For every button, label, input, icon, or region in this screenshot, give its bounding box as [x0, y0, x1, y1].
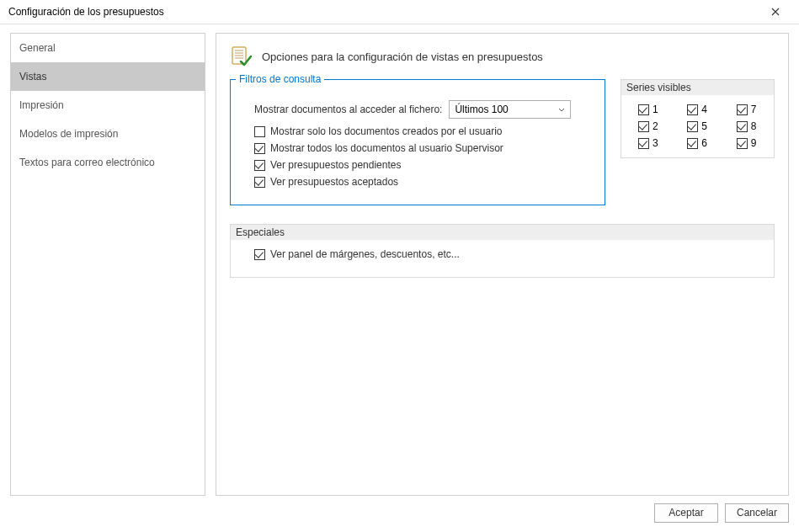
series-label: 1	[653, 104, 658, 115]
checkbox[interactable]	[254, 249, 265, 260]
series-check-6[interactable]: 6	[687, 137, 712, 149]
series-check-4[interactable]: 4	[687, 104, 712, 115]
checkbox[interactable]	[737, 104, 748, 115]
window-title: Configuración de los presupuestos	[8, 6, 759, 18]
mostrar-select[interactable]: Últimos 100	[449, 100, 571, 119]
group-especiales-label: Especiales	[231, 225, 774, 240]
sidebar-item-label: General	[19, 42, 56, 54]
series-check-3[interactable]: 3	[638, 137, 663, 149]
sidebar: General Vistas Impresión Modelos de impr…	[10, 33, 205, 496]
checkbox[interactable]	[638, 138, 649, 149]
series-check-8[interactable]: 8	[737, 120, 762, 132]
accept-button[interactable]: Aceptar	[654, 503, 718, 523]
series-grid: 1 4 7 2 5 8 3 6 9	[638, 104, 762, 149]
cancel-button[interactable]: Cancelar	[725, 503, 789, 523]
check-aceptados[interactable]: Ver presupuestos aceptados	[254, 176, 593, 188]
main-panel: Opciones para la configuración de vistas…	[216, 33, 789, 496]
checkbox[interactable]	[737, 121, 748, 132]
close-icon	[771, 8, 780, 16]
mostrar-row: Mostrar documentos al acceder al fichero…	[254, 100, 593, 119]
sidebar-item-textos[interactable]: Textos para correo electrónico	[11, 148, 205, 177]
checkbox[interactable]	[254, 126, 265, 137]
page-header: Opciones para la configuración de vistas…	[230, 45, 775, 67]
close-button[interactable]	[759, 0, 792, 24]
button-label: Cancelar	[737, 507, 777, 519]
content-wrap: General Vistas Impresión Modelos de impr…	[0, 24, 799, 496]
group-especiales: Especiales Ver panel de márgenes, descue…	[230, 224, 775, 278]
series-check-7[interactable]: 7	[737, 104, 762, 115]
sidebar-item-label: Vistas	[19, 71, 46, 82]
group-series: Series visibles 1 4 7 2 5 8 3 6 9	[621, 79, 775, 158]
button-label: Aceptar	[668, 507, 703, 519]
checkbox[interactable]	[737, 138, 748, 149]
checkbox[interactable]	[254, 177, 265, 188]
series-check-5[interactable]: 5	[687, 120, 712, 132]
sidebar-item-label: Modelos de impresión	[19, 128, 118, 140]
series-label: 3	[653, 137, 658, 149]
checkbox[interactable]	[638, 121, 649, 132]
check-label: Ver presupuestos aceptados	[270, 176, 398, 188]
series-label: 7	[751, 104, 757, 115]
series-check-2[interactable]: 2	[638, 120, 663, 132]
check-pendientes[interactable]: Ver presupuestos pendientes	[254, 159, 593, 171]
checkbox[interactable]	[638, 104, 649, 115]
check-label: Mostrar solo los documentos creados por …	[270, 125, 502, 137]
checkbox[interactable]	[254, 160, 265, 171]
check-panel-margenes[interactable]: Ver panel de márgenes, descuentos, etc..…	[254, 248, 762, 260]
group-series-label: Series visibles	[621, 80, 774, 95]
checkbox[interactable]	[254, 143, 265, 154]
button-bar: Aceptar Cancelar	[0, 496, 799, 529]
sidebar-item-general[interactable]: General	[11, 34, 205, 62]
group-filtros: Filtros de consulta Mostrar documentos a…	[230, 79, 605, 205]
series-label: 2	[653, 120, 658, 132]
checkbox[interactable]	[687, 104, 698, 115]
checkbox[interactable]	[687, 138, 698, 149]
sidebar-item-impresion[interactable]: Impresión	[11, 91, 205, 120]
document-check-icon	[230, 45, 252, 67]
check-supervisor[interactable]: Mostrar todos los documentos al usuario …	[254, 142, 593, 154]
page-title: Opciones para la configuración de vistas…	[262, 51, 543, 63]
chevron-down-icon	[558, 104, 565, 115]
series-label: 5	[701, 120, 707, 132]
sidebar-item-modelos[interactable]: Modelos de impresión	[11, 120, 205, 148]
sidebar-item-label: Impresión	[19, 99, 64, 111]
series-label: 9	[751, 137, 757, 149]
check-label: Ver panel de márgenes, descuentos, etc..…	[270, 248, 460, 260]
series-check-1[interactable]: 1	[638, 104, 663, 115]
series-label: 6	[701, 137, 707, 149]
sidebar-item-vistas[interactable]: Vistas	[11, 62, 205, 91]
select-value: Últimos 100	[455, 104, 508, 115]
series-label: 8	[751, 120, 757, 132]
sidebar-item-label: Textos para correo electrónico	[19, 157, 155, 168]
check-solo-usuario[interactable]: Mostrar solo los documentos creados por …	[254, 125, 593, 137]
check-label: Ver presupuestos pendientes	[270, 159, 401, 171]
titlebar: Configuración de los presupuestos	[0, 0, 799, 24]
row-panels: Filtros de consulta Mostrar documentos a…	[230, 79, 775, 205]
group-filtros-label: Filtros de consulta	[236, 73, 324, 85]
series-check-9[interactable]: 9	[737, 137, 762, 149]
mostrar-label: Mostrar documentos al acceder al fichero…	[254, 104, 442, 115]
check-label: Mostrar todos los documentos al usuario …	[270, 142, 503, 154]
series-label: 4	[701, 104, 707, 115]
checkbox[interactable]	[687, 121, 698, 132]
